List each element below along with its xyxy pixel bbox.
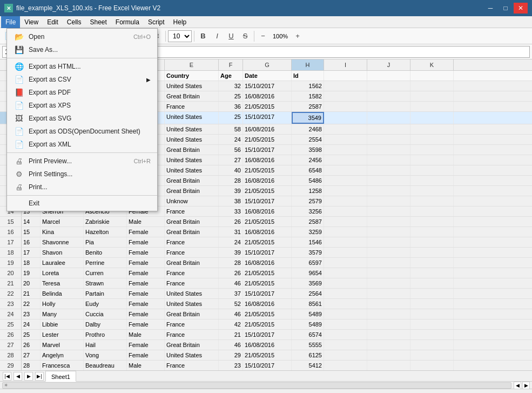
cell[interactable]: 3256 xyxy=(292,207,324,216)
cell[interactable] xyxy=(410,227,454,237)
menu-view[interactable]: View xyxy=(20,16,43,28)
cell[interactable]: 21/05/2015 xyxy=(243,186,292,196)
cell[interactable]: 15/10/2017 xyxy=(243,112,292,124)
cell[interactable] xyxy=(410,278,454,288)
cell[interactable]: France xyxy=(165,248,219,257)
cell[interactable]: 21/05/2015 xyxy=(243,102,292,111)
cell[interactable]: Marcel xyxy=(41,217,84,227)
cell[interactable] xyxy=(410,289,454,298)
cell[interactable]: 16 xyxy=(22,237,41,247)
cell[interactable]: 58 xyxy=(219,124,243,134)
cell[interactable]: Eudy xyxy=(84,299,127,309)
cell[interactable]: 21 xyxy=(219,330,243,339)
col-header-g[interactable]: G xyxy=(243,59,292,70)
cell[interactable]: 2564 xyxy=(292,289,324,298)
cell[interactable]: Pia xyxy=(84,237,127,247)
cell[interactable] xyxy=(324,112,367,124)
cell[interactable]: France xyxy=(165,268,219,278)
cell[interactable]: 3259 xyxy=(292,227,324,237)
cell[interactable]: Strawn xyxy=(84,278,127,288)
cell[interactable] xyxy=(324,102,367,111)
cell[interactable]: 21 xyxy=(22,289,41,298)
cell[interactable]: 2468 xyxy=(292,124,324,134)
cell[interactable]: 21/05/2015 xyxy=(243,268,292,278)
strikethrough-button[interactable]: S xyxy=(239,30,252,43)
cell[interactable]: United States xyxy=(165,350,219,360)
cell[interactable] xyxy=(324,155,367,165)
cell[interactable] xyxy=(324,186,367,196)
col-header-j[interactable]: J xyxy=(367,59,410,70)
sheet-nav-next[interactable]: ▶ xyxy=(24,372,33,381)
cell[interactable] xyxy=(367,207,410,216)
cell[interactable] xyxy=(410,237,454,247)
scroll-right-btn[interactable]: ▶ xyxy=(522,382,530,389)
col-header-k[interactable]: K xyxy=(410,59,454,70)
cell[interactable]: 22 xyxy=(22,299,41,309)
cell[interactable] xyxy=(410,81,454,91)
menu-export-xps[interactable]: 📄 Export as XPS xyxy=(7,99,157,112)
cell[interactable]: 21/05/2015 xyxy=(243,309,292,319)
cell[interactable]: 6548 xyxy=(292,165,324,175)
cell[interactable]: France xyxy=(165,361,219,370)
cell[interactable]: 2554 xyxy=(292,135,324,144)
menu-export-pdf[interactable]: 📕 Export as PDF xyxy=(7,86,157,99)
cell[interactable] xyxy=(410,165,454,175)
cell[interactable]: Kina xyxy=(41,227,84,237)
cell[interactable] xyxy=(324,145,367,155)
cell[interactable] xyxy=(324,319,367,329)
cell[interactable]: 46 xyxy=(219,278,243,288)
cell[interactable]: United States xyxy=(165,299,219,309)
cell[interactable]: 24 xyxy=(22,319,41,329)
cell[interactable]: Female xyxy=(127,289,165,298)
sheet-nav-last[interactable]: ▶| xyxy=(35,372,44,381)
cell[interactable]: France xyxy=(165,278,219,288)
cell[interactable]: Partain xyxy=(84,289,127,298)
cell[interactable]: 6574 xyxy=(292,330,324,339)
cell[interactable]: Libbie xyxy=(41,319,84,329)
cell[interactable]: 2587 xyxy=(292,102,324,111)
cell[interactable] xyxy=(367,299,410,309)
sheet-nav-first[interactable]: |◀ xyxy=(3,372,11,381)
cell[interactable] xyxy=(367,237,410,247)
cell[interactable]: 27 xyxy=(219,155,243,165)
cell[interactable]: 21/05/2015 xyxy=(243,165,292,175)
cell[interactable]: 6597 xyxy=(292,258,324,268)
cell[interactable]: 38 xyxy=(219,196,243,206)
cell-g1[interactable]: Date xyxy=(243,71,292,81)
cell[interactable]: Shavon xyxy=(41,248,84,257)
cell[interactable] xyxy=(410,135,454,144)
cell[interactable]: 32 xyxy=(219,81,243,91)
menu-print-settings[interactable]: ⚙ Print Settings... xyxy=(7,168,157,181)
cell[interactable]: 31 xyxy=(219,227,243,237)
cell[interactable] xyxy=(367,91,410,101)
cell[interactable]: Female xyxy=(127,340,165,350)
cell[interactable]: 29 xyxy=(219,350,243,360)
cell[interactable]: Great Britain xyxy=(165,340,219,350)
cell[interactable]: 16/08/2016 xyxy=(243,258,292,268)
cell[interactable] xyxy=(367,248,410,257)
cell[interactable]: Shavonne xyxy=(41,237,84,247)
cell[interactable]: Lester xyxy=(41,330,84,339)
cell[interactable]: Great Britain xyxy=(165,217,219,227)
cell[interactable]: 23 xyxy=(22,309,41,319)
maximize-button[interactable]: □ xyxy=(499,3,513,14)
cell[interactable]: 16/08/2016 xyxy=(243,155,292,165)
cell[interactable] xyxy=(410,124,454,134)
cell-f1[interactable]: Age xyxy=(219,71,243,81)
cell-k1[interactable] xyxy=(410,71,454,81)
cell[interactable]: Great Britain xyxy=(165,309,219,319)
cell[interactable]: Holly xyxy=(41,299,84,309)
cell[interactable]: Lauralee xyxy=(41,258,84,268)
cell[interactable]: Belinda xyxy=(41,289,84,298)
cell[interactable] xyxy=(324,217,367,227)
cell[interactable]: 21/05/2015 xyxy=(243,319,292,329)
menu-export-html[interactable]: 🌐 Export as HTML... xyxy=(7,60,157,73)
cell[interactable] xyxy=(367,145,410,155)
cell[interactable] xyxy=(367,227,410,237)
cell[interactable] xyxy=(367,289,410,298)
cell[interactable]: Francesca xyxy=(41,361,84,370)
cell[interactable]: United States xyxy=(165,81,219,91)
cell[interactable]: France xyxy=(165,237,219,247)
cell[interactable] xyxy=(367,217,410,227)
cell[interactable] xyxy=(367,258,410,268)
